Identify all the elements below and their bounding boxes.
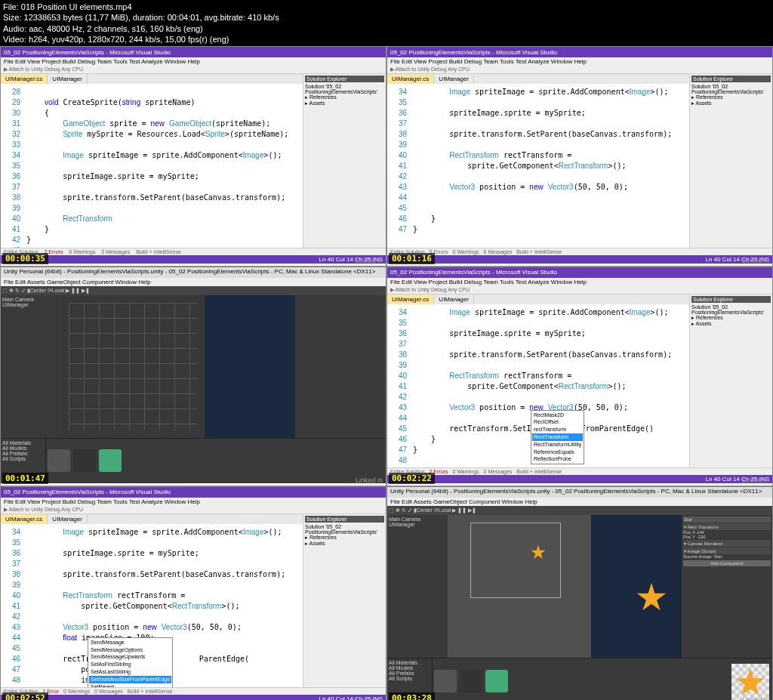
preview-checker xyxy=(731,664,769,700)
hierarchy-panel[interactable]: Main CameraUIManager xyxy=(387,515,448,658)
thumbnail-grid: 05_02 PositioningElementsViaScripts - Mi… xyxy=(0,46,773,700)
unity-toolbar[interactable]: ⬚ ✥ ↻ ⤢ ▮Center ⟳Local ▶ ❚❚ ▶❚ xyxy=(1,286,386,295)
unity-titlebar: Unity Personal (64bit) - PositioningElem… xyxy=(1,267,386,278)
game-view[interactable] xyxy=(591,515,682,658)
code-editor[interactable]: 34 Image spriteImage = sprite.AddCompone… xyxy=(387,84,689,247)
scene-view[interactable] xyxy=(61,295,205,438)
inspector-panel[interactable]: Star ▾ Rect Transform Pos X 149 Pos Y -1… xyxy=(682,515,772,658)
unity-menu[interactable]: File Edit Assets GameObject Component Wi… xyxy=(1,278,386,286)
game-view[interactable] xyxy=(205,295,295,438)
star-sprite-game xyxy=(636,583,667,613)
status-bar: Ln 40 Col 14 Ch 25 INS xyxy=(1,255,386,264)
tab-active[interactable]: UIManager.cs xyxy=(1,74,48,84)
code-editor[interactable]: 34 Image spriteImage = sprite.AddCompone… xyxy=(387,304,689,467)
frame-6-unity: Unity Personal (64bit) - PositioningElem… xyxy=(386,486,773,700)
autocomplete-popup[interactable]: RectMask2DRectOffsetrectTransformRectTra… xyxy=(531,410,584,465)
frame-1: 05_02 PositioningElementsViaScripts - Mi… xyxy=(0,46,386,266)
star-preview-icon xyxy=(735,668,765,698)
tab-2[interactable]: UIManager xyxy=(48,74,88,84)
timestamp: 00:00:35 xyxy=(2,253,48,264)
solution-explorer[interactable]: Solution Explorer Solution '05_02 Positi… xyxy=(303,74,386,247)
code-editor[interactable]: 34 Image spriteImage = sprite.AddCompone… xyxy=(1,524,303,687)
autocomplete-popup[interactable]: SendMessageSendMessageOptionsSendMessage… xyxy=(88,637,173,687)
frame-5: 05_02 PositioningElementsViaScripts - Mi… xyxy=(0,486,386,700)
vs-toolbar[interactable]: ▶ Attach to Unity Debug Any CPU xyxy=(1,66,386,74)
hierarchy-panel[interactable]: Main CameraUIManager xyxy=(1,295,61,438)
scene-view[interactable] xyxy=(448,515,591,658)
watermark: Linked in xyxy=(356,257,383,264)
frame-4: 05_02 PositioningElementsViaScripts - Mi… xyxy=(386,267,773,486)
frame-3-unity: Unity Personal (64bit) - PositioningElem… xyxy=(0,267,386,486)
vs-menu[interactable]: File Edit View Project Build Debug Team … xyxy=(1,57,386,66)
unity-icon[interactable] xyxy=(73,449,96,472)
frame-2: 05_02 PositioningElementsViaScripts - Mi… xyxy=(386,46,773,266)
cs-icon[interactable] xyxy=(99,449,122,472)
tab-bar[interactable]: UIManager.cs UIManager xyxy=(1,74,303,84)
error-list[interactable]: Entire Solution 2 Errors 0 Warnings 0 Me… xyxy=(1,248,386,255)
project-panel[interactable]: All MaterialsAll ModelsAll PrefabsAll Sc… xyxy=(1,438,386,483)
code-editor[interactable]: 28 29 void CreateSprite(string spriteNam… xyxy=(1,84,303,247)
vs-titlebar: 05_02 PositioningElementsViaScripts - Mi… xyxy=(1,47,386,57)
file-header: File: 018 Position UI elements.mp4 Size:… xyxy=(0,0,773,46)
inspector-panel[interactable] xyxy=(295,295,386,438)
folder-icon[interactable] xyxy=(48,449,70,472)
add-component-button[interactable]: Add Component xyxy=(683,560,771,566)
